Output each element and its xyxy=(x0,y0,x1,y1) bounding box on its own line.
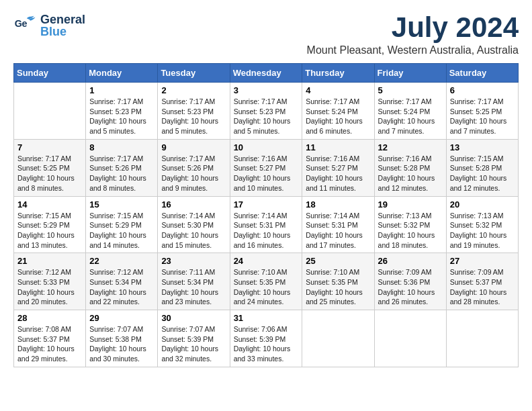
calendar-cell: 9Sunrise: 7:17 AM Sunset: 5:26 PM Daylig… xyxy=(158,139,230,196)
day-info: Sunrise: 7:14 AM Sunset: 5:31 PM Dayligh… xyxy=(234,211,299,250)
day-number: 23 xyxy=(161,256,226,266)
month-title: July 2024 xyxy=(307,13,519,42)
calendar-cell: 10Sunrise: 7:16 AM Sunset: 5:27 PM Dayli… xyxy=(230,139,302,196)
calendar-cell xyxy=(446,310,518,367)
day-info: Sunrise: 7:17 AM Sunset: 5:25 PM Dayligh… xyxy=(17,154,82,193)
calendar-cell: 30Sunrise: 7:07 AM Sunset: 5:39 PM Dayli… xyxy=(158,310,230,367)
day-number: 2 xyxy=(161,85,226,95)
day-info: Sunrise: 7:17 AM Sunset: 5:26 PM Dayligh… xyxy=(89,154,154,193)
day-number: 20 xyxy=(450,199,515,210)
day-info: Sunrise: 7:12 AM Sunset: 5:33 PM Dayligh… xyxy=(17,267,82,307)
calendar-cell: 20Sunrise: 7:13 AM Sunset: 5:32 PM Dayli… xyxy=(446,196,518,253)
day-number: 24 xyxy=(234,256,299,266)
logo: G e General Blue xyxy=(13,13,85,38)
calendar-week-row: 14Sunrise: 7:15 AM Sunset: 5:29 PM Dayli… xyxy=(14,196,519,253)
day-number: 30 xyxy=(161,313,226,323)
location-title: Mount Pleasant, Western Australia, Austr… xyxy=(307,44,519,56)
calendar-cell: 17Sunrise: 7:14 AM Sunset: 5:31 PM Dayli… xyxy=(230,196,302,253)
day-number: 3 xyxy=(234,85,299,95)
weekday-header-wednesday: Wednesday xyxy=(230,64,302,83)
day-info: Sunrise: 7:07 AM Sunset: 5:38 PM Dayligh… xyxy=(89,324,154,364)
day-number: 29 xyxy=(89,313,154,323)
day-info: Sunrise: 7:15 AM Sunset: 5:29 PM Dayligh… xyxy=(17,211,82,250)
calendar-cell: 5Sunrise: 7:17 AM Sunset: 5:24 PM Daylig… xyxy=(374,83,446,140)
svg-text:G: G xyxy=(15,18,22,29)
day-number: 28 xyxy=(17,313,82,323)
calendar-cell: 7Sunrise: 7:17 AM Sunset: 5:25 PM Daylig… xyxy=(14,139,86,196)
day-info: Sunrise: 7:15 AM Sunset: 5:29 PM Dayligh… xyxy=(89,211,154,250)
day-info: Sunrise: 7:17 AM Sunset: 5:24 PM Dayligh… xyxy=(378,97,443,136)
calendar-cell: 8Sunrise: 7:17 AM Sunset: 5:26 PM Daylig… xyxy=(86,139,158,196)
weekday-header-row: SundayMondayTuesdayWednesdayThursdayFrid… xyxy=(14,64,519,83)
day-info: Sunrise: 7:09 AM Sunset: 5:37 PM Dayligh… xyxy=(450,267,515,307)
logo-blue-text: Blue xyxy=(40,26,85,38)
day-info: Sunrise: 7:17 AM Sunset: 5:23 PM Dayligh… xyxy=(234,97,299,136)
calendar-cell: 11Sunrise: 7:16 AM Sunset: 5:27 PM Dayli… xyxy=(302,139,374,196)
day-info: Sunrise: 7:10 AM Sunset: 5:35 PM Dayligh… xyxy=(234,267,299,307)
day-info: Sunrise: 7:16 AM Sunset: 5:28 PM Dayligh… xyxy=(378,154,443,193)
calendar-cell: 31Sunrise: 7:06 AM Sunset: 5:39 PM Dayli… xyxy=(230,310,302,367)
logo-icon: G e xyxy=(13,13,38,38)
weekday-header-friday: Friday xyxy=(374,64,446,83)
day-info: Sunrise: 7:16 AM Sunset: 5:27 PM Dayligh… xyxy=(306,154,370,193)
calendar-cell: 23Sunrise: 7:11 AM Sunset: 5:34 PM Dayli… xyxy=(158,253,230,310)
day-number: 6 xyxy=(450,85,515,95)
day-number: 9 xyxy=(161,142,226,152)
calendar-cell: 28Sunrise: 7:08 AM Sunset: 5:37 PM Dayli… xyxy=(14,310,86,367)
page-header: G e General Blue July 2024 Mount Pleasan… xyxy=(13,13,519,56)
day-number: 5 xyxy=(378,85,443,95)
calendar-cell: 19Sunrise: 7:13 AM Sunset: 5:32 PM Dayli… xyxy=(374,196,446,253)
weekday-header-sunday: Sunday xyxy=(14,64,86,83)
day-info: Sunrise: 7:14 AM Sunset: 5:31 PM Dayligh… xyxy=(306,211,370,250)
day-number: 21 xyxy=(17,256,82,266)
calendar-cell: 3Sunrise: 7:17 AM Sunset: 5:23 PM Daylig… xyxy=(230,83,302,140)
day-info: Sunrise: 7:17 AM Sunset: 5:24 PM Dayligh… xyxy=(306,97,370,136)
day-number: 14 xyxy=(17,199,82,210)
calendar-week-row: 28Sunrise: 7:08 AM Sunset: 5:37 PM Dayli… xyxy=(14,310,519,367)
calendar-cell: 26Sunrise: 7:09 AM Sunset: 5:36 PM Dayli… xyxy=(374,253,446,310)
calendar-cell: 22Sunrise: 7:12 AM Sunset: 5:34 PM Dayli… xyxy=(86,253,158,310)
calendar-cell: 18Sunrise: 7:14 AM Sunset: 5:31 PM Dayli… xyxy=(302,196,374,253)
calendar-cell: 4Sunrise: 7:17 AM Sunset: 5:24 PM Daylig… xyxy=(302,83,374,140)
day-info: Sunrise: 7:14 AM Sunset: 5:30 PM Dayligh… xyxy=(161,211,226,250)
day-number: 12 xyxy=(378,142,443,152)
day-info: Sunrise: 7:10 AM Sunset: 5:35 PM Dayligh… xyxy=(306,267,370,307)
day-number: 11 xyxy=(306,142,370,152)
day-number: 4 xyxy=(306,85,370,95)
calendar-cell: 27Sunrise: 7:09 AM Sunset: 5:37 PM Dayli… xyxy=(446,253,518,310)
calendar-week-row: 21Sunrise: 7:12 AM Sunset: 5:33 PM Dayli… xyxy=(14,253,519,310)
day-info: Sunrise: 7:15 AM Sunset: 5:28 PM Dayligh… xyxy=(450,154,515,193)
day-number: 13 xyxy=(450,142,515,152)
day-info: Sunrise: 7:11 AM Sunset: 5:34 PM Dayligh… xyxy=(161,267,226,307)
weekday-header-saturday: Saturday xyxy=(446,64,518,83)
day-info: Sunrise: 7:12 AM Sunset: 5:34 PM Dayligh… xyxy=(89,267,154,307)
weekday-header-monday: Monday xyxy=(86,64,158,83)
calendar-cell: 21Sunrise: 7:12 AM Sunset: 5:33 PM Dayli… xyxy=(14,253,86,310)
calendar-cell: 2Sunrise: 7:17 AM Sunset: 5:23 PM Daylig… xyxy=(158,83,230,140)
day-number: 18 xyxy=(306,199,370,210)
day-info: Sunrise: 7:17 AM Sunset: 5:23 PM Dayligh… xyxy=(89,97,154,136)
day-info: Sunrise: 7:07 AM Sunset: 5:39 PM Dayligh… xyxy=(161,324,226,364)
calendar-cell: 25Sunrise: 7:10 AM Sunset: 5:35 PM Dayli… xyxy=(302,253,374,310)
day-number: 17 xyxy=(234,199,299,210)
calendar-cell: 24Sunrise: 7:10 AM Sunset: 5:35 PM Dayli… xyxy=(230,253,302,310)
logo-general-text: General xyxy=(40,13,85,26)
calendar-cell: 15Sunrise: 7:15 AM Sunset: 5:29 PM Dayli… xyxy=(86,196,158,253)
day-number: 15 xyxy=(89,199,154,210)
calendar-week-row: 1Sunrise: 7:17 AM Sunset: 5:23 PM Daylig… xyxy=(14,83,519,140)
calendar-cell: 29Sunrise: 7:07 AM Sunset: 5:38 PM Dayli… xyxy=(86,310,158,367)
calendar-cell: 6Sunrise: 7:17 AM Sunset: 5:25 PM Daylig… xyxy=(446,83,518,140)
calendar-cell: 1Sunrise: 7:17 AM Sunset: 5:23 PM Daylig… xyxy=(86,83,158,140)
calendar-week-row: 7Sunrise: 7:17 AM Sunset: 5:25 PM Daylig… xyxy=(14,139,519,196)
day-number: 7 xyxy=(17,142,82,152)
day-info: Sunrise: 7:06 AM Sunset: 5:39 PM Dayligh… xyxy=(234,324,299,364)
weekday-header-tuesday: Tuesday xyxy=(158,64,230,83)
day-info: Sunrise: 7:17 AM Sunset: 5:26 PM Dayligh… xyxy=(161,154,226,193)
calendar-cell: 13Sunrise: 7:15 AM Sunset: 5:28 PM Dayli… xyxy=(446,139,518,196)
title-block: July 2024 Mount Pleasant, Western Austra… xyxy=(307,13,519,56)
calendar-cell: 14Sunrise: 7:15 AM Sunset: 5:29 PM Dayli… xyxy=(14,196,86,253)
day-number: 26 xyxy=(378,256,443,266)
calendar-table: SundayMondayTuesdayWednesdayThursdayFrid… xyxy=(13,63,519,367)
day-number: 1 xyxy=(89,85,154,95)
calendar-cell: 12Sunrise: 7:16 AM Sunset: 5:28 PM Dayli… xyxy=(374,139,446,196)
